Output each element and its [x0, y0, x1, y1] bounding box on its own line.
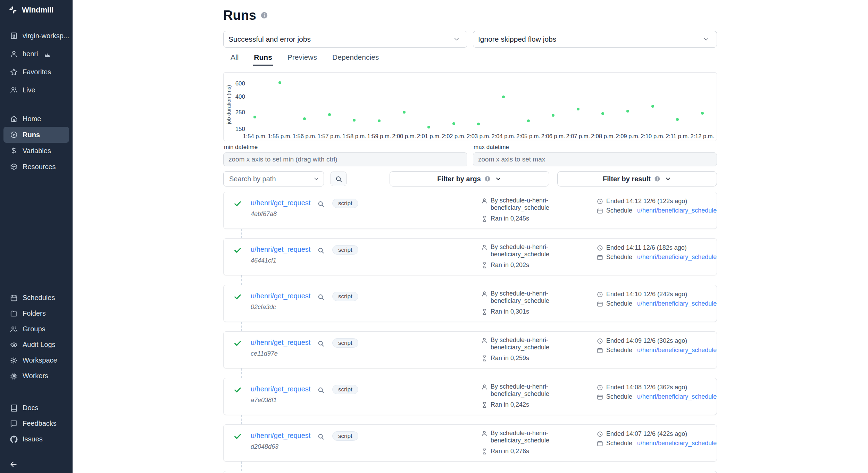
collapse-sidebar-button[interactable]	[9, 460, 19, 470]
run-card[interactable]: u/henri/get_request script ce11d97e By s…	[223, 331, 717, 368]
tab-dependencies[interactable]: Dependencies	[332, 51, 379, 66]
run-ended: Ended 14:07 12/6 (422s ago)	[606, 430, 687, 438]
run-path-link[interactable]: u/henri/get_request	[251, 292, 310, 300]
search-icon[interactable]	[317, 247, 324, 254]
filter-by-args-button[interactable]: Filter by args	[390, 171, 549, 186]
sidebar-item-feedbacks[interactable]: Feedbacks	[0, 416, 73, 431]
data-point[interactable]	[253, 116, 256, 118]
run-triggered-by: By schedule-u-henri-beneficiary_schedule	[491, 197, 559, 211]
data-point[interactable]	[328, 113, 331, 116]
data-point[interactable]	[502, 96, 505, 98]
sidebar-item-folders[interactable]: Folders	[0, 306, 73, 321]
sidebar-item-schedules[interactable]: Schedules	[0, 290, 73, 306]
sidebar-item-docs[interactable]: Docs	[0, 400, 73, 416]
sidebar-item-runs[interactable]: Runs	[3, 127, 69, 143]
run-schedule-link[interactable]: u/henri/beneficiary_schedule	[637, 207, 717, 214]
data-point[interactable]	[701, 112, 704, 115]
run-schedule-link[interactable]: u/henri/beneficiary_schedule	[637, 347, 717, 354]
sidebar-item-live[interactable]: Live	[0, 81, 73, 99]
max-datetime-input[interactable]	[473, 152, 717, 166]
data-point[interactable]	[452, 122, 455, 125]
data-point[interactable]	[552, 114, 554, 117]
run-triggered-by: By schedule-u-henri-beneficiary_schedule	[491, 430, 559, 444]
data-point[interactable]	[626, 110, 629, 113]
search-icon[interactable]	[317, 200, 324, 207]
run-schedule-link[interactable]: u/henri/beneficiary_schedule	[637, 254, 717, 261]
user-menu[interactable]: henri	[0, 45, 73, 63]
run-id: 46441cf1	[251, 257, 276, 264]
run-schedule-link[interactable]: u/henri/beneficiary_schedule	[637, 300, 717, 307]
data-point[interactable]	[353, 119, 356, 122]
sidebar-item-workers[interactable]: Workers	[0, 368, 73, 384]
data-point[interactable]	[601, 112, 604, 115]
x-tick-label: 1:55 p.m.	[266, 133, 294, 140]
sidebar-item-groups[interactable]: Groups	[0, 321, 73, 337]
tab-runs[interactable]: Runs	[253, 51, 273, 66]
data-point[interactable]	[303, 117, 306, 120]
filter-by-result-button[interactable]: Filter by result	[557, 171, 717, 186]
sidebar: Windmill virgin-worksp... henri Favorite…	[0, 0, 73, 473]
data-point[interactable]	[676, 118, 679, 121]
data-point[interactable]	[403, 111, 406, 114]
sidebar-item-audit-logs[interactable]: Audit Logs	[0, 337, 73, 352]
run-schedule-link[interactable]: u/henri/beneficiary_schedule	[637, 393, 717, 400]
x-tick-label: 2:09 p.m.	[614, 133, 642, 140]
min-datetime-input[interactable]	[223, 152, 467, 166]
run-path-link[interactable]: u/henri/get_request	[251, 199, 310, 207]
search-icon[interactable]	[317, 340, 324, 347]
run-time-info: Ended 14:11 12/6 (182s ago) Schedule u/h…	[597, 244, 717, 261]
run-path-link[interactable]: u/henri/get_request	[251, 432, 310, 440]
main-area: Runs Successful and error jobs Ignore sk…	[73, 0, 868, 473]
tab-all[interactable]: All	[230, 51, 239, 66]
chevron-down-icon	[453, 36, 460, 43]
search-icon[interactable]	[317, 387, 324, 393]
workspace-selector[interactable]: virgin-worksp...	[0, 27, 73, 45]
y-tick-label: 400	[228, 94, 245, 100]
sidebar-item-resources[interactable]: Resources	[0, 159, 73, 175]
runs-list: u/henri/get_request script 4ebf67a8 By s…	[223, 192, 717, 473]
run-card[interactable]: u/henri/get_request script 4ebf67a8 By s…	[223, 192, 717, 229]
job-status-select[interactable]: Successful and error jobs	[223, 31, 467, 48]
hourglass-icon	[481, 355, 487, 362]
run-path-link[interactable]: u/henri/get_request	[251, 385, 310, 393]
run-schedule-link[interactable]: u/henri/beneficiary_schedule	[637, 440, 717, 447]
info-icon[interactable]	[260, 11, 268, 19]
run-time-info: Ended 14:09 12/6 (302s ago) Schedule u/h…	[597, 337, 717, 354]
sidebar-item-label: Variables	[23, 147, 51, 155]
data-point[interactable]	[378, 119, 381, 122]
search-icon[interactable]	[317, 293, 324, 300]
tab-previews[interactable]: Previews	[287, 51, 318, 66]
sidebar-item-variables[interactable]: Variables	[0, 143, 73, 159]
run-card[interactable]: u/henri/get_request script 02cfa3dc By s…	[223, 285, 717, 322]
run-path-link[interactable]: u/henri/get_request	[251, 246, 310, 254]
run-card[interactable]: u/henri/get_request script a7e038f1 By s…	[223, 378, 717, 415]
run-card[interactable]: u/henri/get_request script d2048d63 By s…	[223, 424, 717, 462]
app-logo[interactable]: Windmill	[0, 0, 73, 20]
data-point[interactable]	[477, 123, 480, 125]
search-path-input[interactable]	[223, 171, 324, 186]
data-point[interactable]	[427, 126, 430, 128]
data-point[interactable]	[278, 81, 281, 84]
run-card[interactable]: u/henri/get_request script By schedule-u…	[223, 471, 717, 473]
workspace-name: virgin-worksp...	[23, 32, 69, 40]
cube-icon	[10, 163, 18, 171]
run-card[interactable]: u/henri/get_request script 46441cf1 By s…	[223, 238, 717, 275]
skipped-jobs-select[interactable]: Ignore skipped flow jobs	[473, 31, 717, 48]
sidebar-item-label: Schedules	[23, 294, 55, 302]
hourglass-icon	[481, 448, 487, 455]
sidebar-item-favorites[interactable]: Favorites	[0, 63, 73, 81]
sidebar-item-workspace[interactable]: Workspace	[0, 352, 73, 368]
data-point[interactable]	[651, 105, 654, 108]
run-connector	[241, 462, 242, 471]
data-point[interactable]	[577, 108, 579, 110]
info-icon	[654, 176, 660, 182]
duration-chart[interactable]: job duration (ms) 6004002501501:54 p.m.1…	[223, 72, 717, 141]
run-connector	[241, 368, 242, 378]
search-button[interactable]	[331, 172, 347, 186]
search-icon[interactable]	[317, 433, 324, 440]
data-point[interactable]	[527, 119, 530, 122]
run-path-link[interactable]: u/henri/get_request	[251, 339, 310, 347]
sidebar-item-issues[interactable]: Issues	[0, 431, 73, 447]
sidebar-item-home[interactable]: Home	[0, 111, 73, 127]
x-tick-label: 2:00 p.m.	[390, 133, 418, 140]
